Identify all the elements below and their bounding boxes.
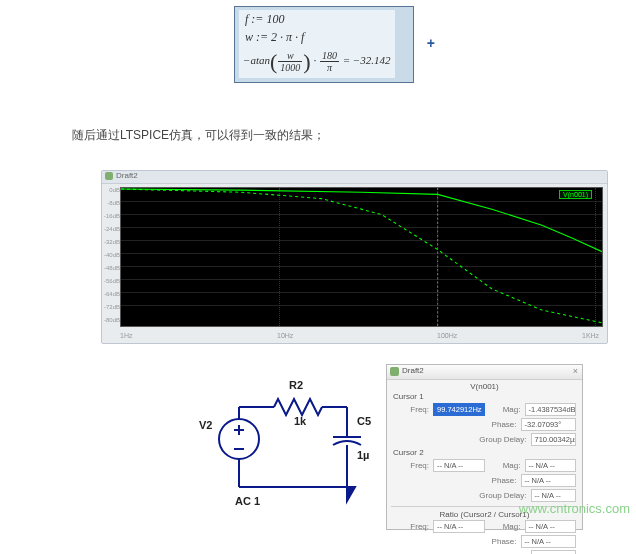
schematic-view[interactable]: R2 1k C5 1µ V2 AC 1 — [179, 367, 379, 527]
x-tick-label: 10Hz — [277, 332, 293, 339]
freq-label-3: Freq: — [393, 522, 433, 531]
ratio-mag-value: -- N/A -- — [525, 520, 577, 533]
math-line-1: f := 100 — [245, 12, 284, 27]
plot-titlebar[interactable]: Draft2 — [102, 171, 607, 184]
cursor-window-title: Draft2 — [402, 366, 424, 375]
math-expression-box: f := 100 w := 2 · π · f −atan(w1000) · 1… — [234, 6, 414, 83]
svg-marker-6 — [339, 487, 355, 501]
x-tick-label: 1Hz — [120, 332, 132, 339]
body-paragraph: 随后通过LTSPICE仿真，可以得到一致的结果； — [72, 127, 325, 144]
y-tick-label: 0dB — [104, 187, 120, 193]
atan-label: −atan — [243, 54, 270, 66]
source-cmd: AC 1 — [235, 495, 260, 507]
close-icon[interactable]: × — [573, 366, 578, 376]
ratio-freq-value: -- N/A -- — [433, 520, 485, 533]
resistor-value: 1k — [294, 415, 307, 427]
frac2-den: π — [320, 62, 339, 73]
y-tick-label: -40dB — [104, 252, 120, 258]
plot-traces — [121, 188, 602, 326]
mag-label-2: Mag: — [485, 461, 525, 470]
y-tick-label: -56dB — [104, 278, 120, 284]
y-tick-label: -80dB — [104, 317, 120, 323]
groupdelay-label-2: Group Delay: — [471, 491, 531, 500]
x-tick-label: 100Hz — [437, 332, 457, 339]
cursor-node-title: V(n001) — [387, 382, 582, 391]
source-name: V2 — [199, 419, 212, 431]
cursor2-freq-value: -- N/A -- — [433, 459, 485, 472]
phase-label-3: Phase: — [481, 537, 521, 546]
cap-value: 1µ — [357, 449, 369, 461]
y-tick-label: -64dB — [104, 291, 120, 297]
watermark: www.cntronics.com — [519, 501, 630, 516]
cap-name: C5 — [357, 415, 371, 427]
y-tick-label: -16dB — [104, 213, 120, 219]
cursor2-mag-value: -- N/A -- — [525, 459, 577, 472]
y-tick-label: -32dB — [104, 239, 120, 245]
phase-label-2: Phase: — [481, 476, 521, 485]
cursor2-heading: Cursor 2 — [387, 447, 582, 458]
ltspice-plot-window[interactable]: Draft2 0dB -8dB -16dB -24dB -32dB -40dB … — [101, 170, 608, 344]
resistor-name: R2 — [289, 379, 303, 391]
ltspice-app-icon — [390, 367, 399, 376]
mag-label: Mag: — [485, 405, 525, 414]
cursor2-phase-value: -- N/A -- — [521, 474, 577, 487]
groupdelay-label: Group Delay: — [471, 435, 531, 444]
math-line-3: −atan(w1000) · 180π = −32.142 — [243, 50, 391, 73]
plot-window-title: Draft2 — [116, 171, 138, 180]
freq-label: Freq: — [393, 405, 433, 414]
cursor1-mag-value: -1.4387534dB — [525, 403, 577, 416]
x-tick-label: 1KHz — [582, 332, 599, 339]
ratio-phase-value: -- N/A -- — [521, 535, 577, 548]
freq-label-2: Freq: — [393, 461, 433, 470]
cursor1-freq-value[interactable]: 99.742912Hz — [433, 403, 485, 416]
math-inner: f := 100 w := 2 · π · f −atan(w1000) · 1… — [239, 10, 395, 78]
ratio-gd-value: -- N/A -- — [531, 550, 577, 554]
cursor1-gd-value: 710.00342µs — [531, 433, 577, 446]
cursor1-phase-value: -32.07093° — [521, 418, 577, 431]
y-tick-label: -48dB — [104, 265, 120, 271]
frac2-num: 180 — [320, 50, 339, 62]
cursor-crosshair-icon: + — [427, 35, 435, 51]
cursor1-heading: Cursor 1 — [387, 391, 582, 402]
y-tick-label: -72dB — [104, 304, 120, 310]
mag-label-3: Mag: — [485, 522, 525, 531]
phase-label: Phase: — [481, 420, 521, 429]
dot: · — [313, 54, 316, 66]
math-line-2: w := 2 · π · f — [245, 30, 304, 45]
y-tick-label: -8dB — [104, 200, 120, 206]
ltspice-app-icon — [105, 172, 113, 180]
plot-canvas[interactable]: V(n001) — [120, 187, 603, 327]
frac1-den: 1000 — [278, 62, 302, 73]
frac1-num: w — [278, 50, 302, 62]
equals-result: = −32.142 — [343, 54, 391, 66]
y-tick-label: -24dB — [104, 226, 120, 232]
cursor-panel-titlebar[interactable]: Draft2 × — [387, 365, 582, 380]
